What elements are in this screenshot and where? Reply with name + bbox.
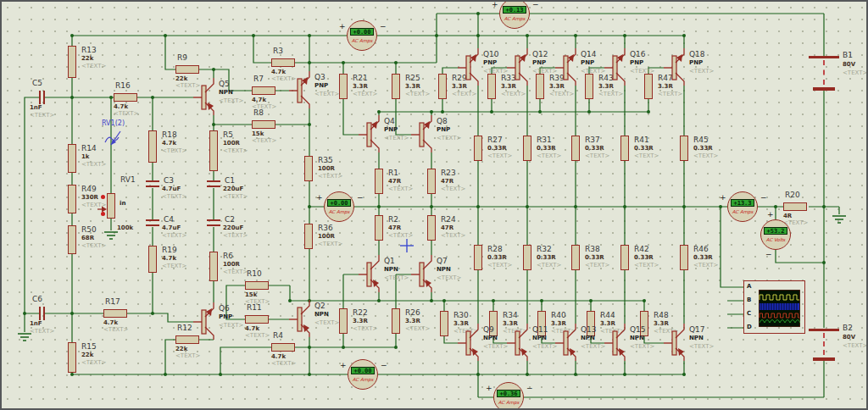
- transistor-Q9[interactable]: [458, 324, 487, 361]
- resistor-R23[interactable]: [427, 169, 436, 194]
- resistor-R42[interactable]: [620, 245, 629, 270]
- capacitor-plate[interactable]: [43, 91, 45, 104]
- value-label: 4R: [783, 213, 792, 219]
- resistor-R41[interactable]: [620, 136, 629, 161]
- battery-B1-plate[interactable]: [809, 56, 839, 58]
- resistor-R3[interactable]: [271, 58, 295, 67]
- resistor-R25[interactable]: [392, 74, 400, 99]
- transistor-Q12[interactable]: [507, 48, 536, 86]
- value-label: 4.7k: [103, 320, 118, 326]
- capacitor-plate[interactable]: [146, 186, 159, 187]
- resistor-R11[interactable]: [245, 315, 269, 324]
- transistor-Q5[interactable]: [193, 78, 222, 115]
- text-placeholder: <TEXT>: [405, 326, 430, 332]
- resistor-R39[interactable]: [536, 74, 544, 99]
- resistor-R1[interactable]: [375, 169, 383, 194]
- pot-wiper[interactable]: [97, 202, 108, 212]
- resistor-R37[interactable]: [571, 136, 580, 161]
- resistor-R18[interactable]: [148, 130, 157, 163]
- capacitor-C2[interactable]: [207, 219, 220, 221]
- resistor-R27[interactable]: [474, 136, 482, 161]
- ref-label: Q18: [689, 51, 705, 58]
- resistor-R26[interactable]: [392, 308, 400, 334]
- value-label: 15k: [245, 292, 257, 298]
- transistor-Q1[interactable]: [359, 255, 387, 292]
- capacitor-C3[interactable]: [146, 180, 159, 182]
- resistor-R29[interactable]: [438, 74, 447, 99]
- resistor-R20[interactable]: [783, 202, 807, 211]
- battery-B2-plate[interactable]: [809, 329, 839, 331]
- resistor-R24[interactable]: [427, 215, 436, 241]
- ref-label: Q8: [437, 118, 448, 125]
- capacitor-plate[interactable]: [207, 186, 220, 187]
- resistor-R49[interactable]: [68, 185, 76, 213]
- transistor-Q16[interactable]: [604, 48, 633, 86]
- ref-label: R11: [247, 304, 262, 312]
- transistor-Q8[interactable]: [411, 115, 440, 152]
- resistor-R28[interactable]: [474, 245, 482, 270]
- capacitor-plate[interactable]: [43, 307, 45, 320]
- resistor-R30[interactable]: [440, 311, 448, 336]
- resistor-R47[interactable]: [644, 74, 653, 99]
- resistor-R10[interactable]: [245, 281, 269, 290]
- resistor-R4[interactable]: [271, 343, 295, 352]
- capacitor-C5[interactable]: [39, 91, 41, 104]
- capacitor-C6[interactable]: [39, 307, 41, 320]
- schematic-canvas[interactable]: R1322k<TEXT>R141k<TEXT>R49330R<TEXT>R506…: [0, 0, 868, 410]
- resistor-R2[interactable]: [375, 215, 383, 241]
- capacitor-plate[interactable]: [207, 224, 220, 226]
- resistor-R43[interactable]: [585, 74, 593, 99]
- ref-label: R2: [388, 216, 398, 224]
- capacitor-C4[interactable]: [146, 219, 159, 221]
- text-placeholder: <TEXT>: [219, 98, 243, 104]
- resistor-R36[interactable]: [304, 224, 313, 249]
- transistor-Q3[interactable]: [289, 71, 318, 108]
- resistor-R46[interactable]: [680, 245, 688, 270]
- transistor-Q7[interactable]: [411, 255, 440, 292]
- resistor-R19[interactable]: [148, 246, 157, 273]
- battery-plate[interactable]: [813, 357, 835, 361]
- resistor-R9[interactable]: [175, 65, 199, 74]
- transistor-Q13[interactable]: [555, 324, 584, 361]
- resistor-R16[interactable]: [114, 93, 137, 102]
- capacitor-C1[interactable]: [207, 180, 220, 182]
- text-placeholder: <TEXT>: [585, 153, 609, 159]
- resistor-R33[interactable]: [487, 74, 496, 99]
- resistor-R35[interactable]: [304, 156, 313, 181]
- value-label: 3.3R: [405, 319, 420, 324]
- text-placeholder: <TEXT>: [452, 91, 476, 97]
- resistor-R32[interactable]: [523, 245, 531, 270]
- resistor-R45[interactable]: [680, 136, 688, 161]
- transistor-Q11[interactable]: [507, 324, 536, 361]
- transistor-Q4[interactable]: [359, 115, 387, 152]
- transistor-Q10[interactable]: [458, 48, 487, 86]
- resistor-R22[interactable]: [339, 308, 348, 334]
- resistor-R8[interactable]: [252, 120, 275, 129]
- resistor-R6[interactable]: [209, 252, 218, 281]
- transistor-Q18[interactable]: [664, 48, 693, 86]
- transistor-Q17[interactable]: [664, 324, 693, 361]
- transistor-Q14[interactable]: [555, 48, 584, 86]
- ref-label: R50: [81, 226, 97, 234]
- battery-plate[interactable]: [813, 87, 835, 91]
- resistor-R38[interactable]: [571, 245, 580, 270]
- resistor-R5[interactable]: [209, 130, 218, 171]
- potentiometer-RV1[interactable]: [107, 193, 115, 219]
- resistor-R21[interactable]: [339, 74, 348, 99]
- resistor-R14[interactable]: [68, 144, 76, 173]
- text-placeholder: <TEXT>: [114, 111, 138, 117]
- scope-channel-label: D: [747, 324, 752, 330]
- resistor-R17[interactable]: [103, 309, 127, 318]
- resistor-R13[interactable]: [68, 46, 76, 78]
- capacitor-plate[interactable]: [146, 224, 159, 226]
- resistor-R7[interactable]: [252, 86, 275, 95]
- text-placeholder: <TEXT>: [405, 91, 430, 97]
- transistor-Q15[interactable]: [604, 324, 633, 361]
- transistor-Q6[interactable]: [193, 302, 222, 340]
- value-label: 1k: [81, 154, 90, 160]
- resistor-R15[interactable]: [68, 342, 76, 373]
- resistor-R31[interactable]: [523, 136, 531, 161]
- transistor-Q2[interactable]: [289, 300, 318, 337]
- type-label: PNP: [581, 60, 594, 66]
- resistor-R50[interactable]: [68, 225, 76, 254]
